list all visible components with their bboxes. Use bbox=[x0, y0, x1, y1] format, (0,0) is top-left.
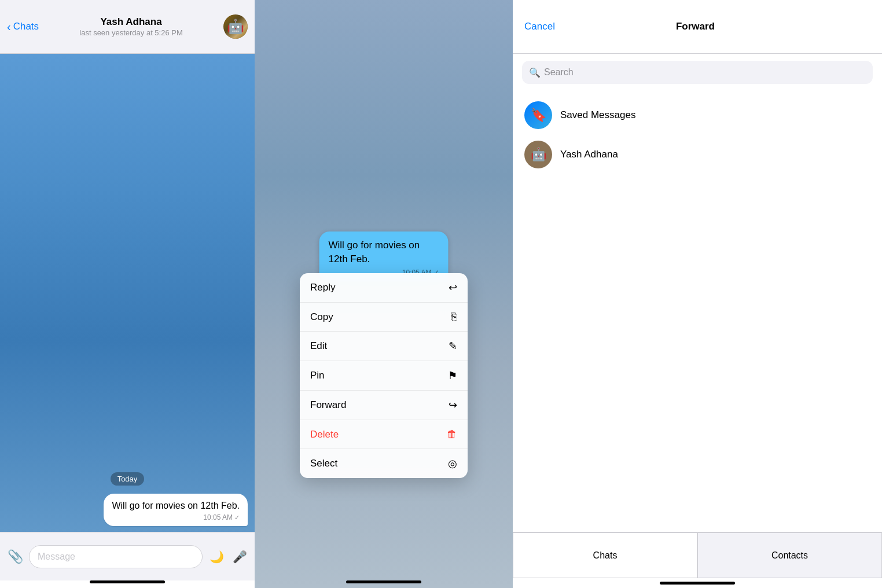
yash-adhana-avatar: 🤖 bbox=[524, 141, 552, 168]
date-label: Today bbox=[111, 472, 145, 486]
message-check-icon: ✓ bbox=[234, 514, 240, 521]
tab-contacts[interactable]: Contacts bbox=[697, 532, 882, 578]
tab-contacts-label: Contacts bbox=[771, 550, 808, 561]
forward-header: Cancel Forward bbox=[513, 0, 882, 54]
contact-name: Yash Adhana bbox=[100, 16, 161, 28]
delete-label: Delete bbox=[310, 429, 339, 440]
search-placeholder: Search bbox=[544, 67, 574, 78]
context-home-indicator bbox=[346, 580, 421, 583]
paperclip-icon: 📎 bbox=[8, 549, 23, 564]
contact-status: last seen yesterday at 5:26 PM bbox=[79, 28, 182, 37]
select-label: Select bbox=[310, 458, 337, 469]
message-placeholder: Message bbox=[38, 552, 75, 562]
list-item-saved-messages[interactable]: 🔖 Saved Messages bbox=[513, 95, 882, 135]
message-bubble[interactable]: Will go for movies on 12th Feb. 10:05 AM… bbox=[104, 494, 248, 526]
forward-label: Forward bbox=[310, 399, 346, 411]
chevron-left-icon: ‹ bbox=[7, 20, 11, 34]
yash-adhana-name: Yash Adhana bbox=[560, 149, 618, 160]
contact-avatar[interactable] bbox=[223, 14, 248, 39]
forward-panel: Cancel Forward 🔍 Search 🔖 Saved Messages… bbox=[513, 0, 882, 588]
back-label: Chats bbox=[13, 21, 39, 32]
reply-label: Reply bbox=[310, 282, 335, 293]
edit-label: Edit bbox=[310, 340, 327, 352]
delete-icon: 🗑 bbox=[447, 428, 457, 440]
tab-chats-label: Chats bbox=[593, 550, 618, 561]
forward-home-indicator bbox=[660, 582, 735, 585]
context-menu-edit[interactable]: Edit ✎ bbox=[300, 332, 468, 361]
edit-icon: ✎ bbox=[449, 340, 457, 352]
message-input-field[interactable]: Message bbox=[29, 545, 203, 568]
context-menu-copy[interactable]: Copy ⎘ bbox=[300, 303, 468, 332]
attach-button[interactable]: 📎 bbox=[6, 547, 24, 566]
cancel-button[interactable]: Cancel bbox=[524, 21, 555, 32]
chat-header-info: Yash Adhana last seen yesterday at 5:26 … bbox=[45, 16, 218, 37]
mic-button[interactable]: 🎤 bbox=[230, 547, 249, 566]
forward-search-bar[interactable]: 🔍 Search bbox=[522, 61, 873, 84]
context-menu: Reply ↩ Copy ⎘ Edit ✎ Pin ⚑ Forward ↪ De… bbox=[300, 273, 468, 478]
search-icon: 🔍 bbox=[529, 67, 541, 78]
chat-input-bar: 📎 Message 🌙 🎤 bbox=[0, 532, 255, 580]
context-message-text: Will go for movies on 12th Feb. bbox=[329, 238, 439, 266]
chat-header: ‹ Chats Yash Adhana last seen yesterday … bbox=[0, 0, 255, 54]
copy-icon: ⎘ bbox=[451, 311, 457, 323]
saved-messages-name: Saved Messages bbox=[560, 109, 635, 121]
context-menu-pin[interactable]: Pin ⚑ bbox=[300, 361, 468, 391]
context-panel: Will go for movies on 12th Feb. 10:05 AM… bbox=[255, 0, 513, 588]
back-button[interactable]: ‹ Chats bbox=[7, 20, 39, 34]
forward-contact-list: 🔖 Saved Messages 🤖 Yash Adhana bbox=[513, 91, 882, 532]
mic-icon: 🎤 bbox=[233, 550, 247, 564]
forward-footer-tabs: Chats Contacts bbox=[513, 532, 882, 578]
forward-title: Forward bbox=[676, 21, 715, 32]
copy-label: Copy bbox=[310, 311, 333, 323]
select-icon: ◎ bbox=[448, 457, 457, 470]
message-time: 10:05 AM bbox=[203, 513, 233, 521]
emoji-icon: 🌙 bbox=[210, 550, 224, 564]
context-menu-select[interactable]: Select ◎ bbox=[300, 449, 468, 478]
pin-icon: ⚑ bbox=[448, 369, 457, 382]
list-item-yash-adhana[interactable]: 🤖 Yash Adhana bbox=[513, 135, 882, 174]
context-menu-reply[interactable]: Reply ↩ bbox=[300, 273, 468, 303]
message-meta: 10:05 AM ✓ bbox=[112, 513, 240, 521]
saved-messages-avatar: 🔖 bbox=[524, 101, 552, 129]
context-menu-forward[interactable]: Forward ↪ bbox=[300, 391, 468, 420]
message-text: Will go for movies on 12th Feb. bbox=[112, 499, 240, 512]
avatar-image bbox=[223, 14, 248, 39]
bookmark-icon: 🔖 bbox=[531, 108, 546, 123]
reply-icon: ↩ bbox=[449, 281, 457, 294]
context-menu-delete[interactable]: Delete 🗑 bbox=[300, 420, 468, 449]
chat-panel: ‹ Chats Yash Adhana last seen yesterday … bbox=[0, 0, 255, 588]
forward-icon: ↪ bbox=[449, 399, 457, 411]
pin-label: Pin bbox=[310, 370, 325, 381]
yash-avatar-img: 🤖 bbox=[531, 147, 546, 162]
home-indicator bbox=[90, 580, 165, 583]
messages-area: Today Will go for movies on 12th Feb. 10… bbox=[0, 54, 255, 532]
tab-chats[interactable]: Chats bbox=[513, 532, 697, 578]
emoji-button[interactable]: 🌙 bbox=[207, 547, 226, 566]
